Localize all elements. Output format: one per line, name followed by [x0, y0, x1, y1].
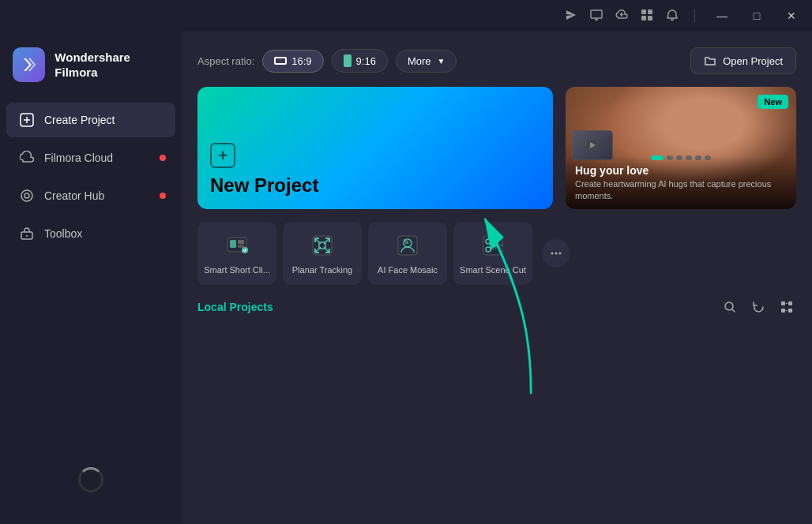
svg-point-7 [24, 193, 29, 198]
toolbox-label: Toolbox [44, 227, 163, 240]
smart-short-clip-icon [223, 231, 251, 260]
ai-face-mosaic-label: AI Face Mosaic [378, 264, 438, 275]
smart-short-clip-label: Smart Short Cli... [204, 264, 270, 275]
smart-scene-cut-label: Smart Scene Cut [460, 264, 526, 275]
svg-rect-3 [641, 16, 646, 21]
tool-smart-short-clip[interactable]: Smart Short Cli... [197, 222, 276, 285]
tool-smart-scene-cut[interactable]: Smart Scene Cut [453, 222, 532, 285]
portrait-icon [344, 54, 351, 67]
svg-rect-23 [404, 241, 406, 244]
tool-planar-tracking[interactable]: Planar Tracking [283, 222, 362, 285]
sidebar-loading [78, 467, 103, 492]
more-label: More [408, 55, 431, 67]
svg-rect-32 [781, 301, 785, 305]
tools-row: Smart Short Cli... Planar Tracking [197, 222, 796, 285]
close-button[interactable]: ✕ [780, 5, 803, 27]
app-body: Wondershare Filmora Create Project Filmo… [0, 32, 812, 524]
svg-rect-14 [238, 240, 244, 244]
planar-tracking-label: Planar Tracking [292, 264, 352, 275]
svg-rect-24 [406, 241, 408, 244]
aspect-btn-16-9[interactable]: 16:9 [262, 50, 323, 73]
top-bar: Aspect ratio: 16:9 9:16 More ▼ [197, 47, 796, 74]
grid-view-button[interactable] [777, 298, 796, 316]
new-badge: New [757, 95, 788, 109]
landscape-icon [274, 57, 287, 65]
more-dots-icon [549, 246, 563, 260]
monitor-icon[interactable] [590, 9, 603, 24]
loading-spinner [78, 467, 103, 492]
sidebar-item-toolbox[interactable]: Toolbox [6, 216, 175, 251]
svg-rect-34 [781, 309, 785, 313]
open-project-button[interactable]: Open Project [690, 47, 796, 74]
aspect-169-label: 16:9 [291, 55, 311, 67]
filmora-cloud-label: Filmora Cloud [44, 152, 163, 164]
svg-rect-25 [483, 236, 502, 255]
svg-point-28 [551, 253, 554, 255]
create-project-icon [19, 112, 35, 128]
featured-title: Hug your love [575, 164, 787, 177]
titlebar-icons: — □ ✕ [565, 5, 803, 27]
ai-face-mosaic-icon [393, 231, 422, 260]
refresh-projects-button[interactable] [749, 298, 768, 316]
svg-point-6 [21, 190, 32, 201]
svg-rect-2 [648, 9, 652, 14]
main-content: Aspect ratio: 16:9 9:16 More ▼ [182, 32, 812, 524]
svg-rect-4 [648, 16, 652, 21]
new-project-title: New Project [210, 174, 540, 196]
creator-hub-icon [19, 188, 35, 204]
svg-rect-1 [641, 9, 646, 14]
svg-rect-22 [406, 239, 408, 241]
maximize-button[interactable]: □ [746, 5, 768, 27]
bell-icon[interactable] [666, 9, 679, 24]
sidebar-item-create-project[interactable]: Create Project [6, 103, 175, 137]
tool-ai-face-mosaic[interactable]: AI Face Mosaic [368, 222, 447, 285]
main-content-wrapper: Aspect ratio: 16:9 9:16 More ▼ [197, 47, 796, 511]
svg-rect-21 [404, 239, 406, 241]
featured-description: Create heartwarming AI hugs that capture… [575, 178, 787, 201]
svg-point-29 [555, 253, 558, 255]
new-project-plus-icon: + [210, 143, 235, 168]
featured-thumbnail [572, 130, 613, 160]
toolbox-icon [19, 226, 35, 241]
sidebar-item-filmora-cloud[interactable]: Filmora Cloud [6, 140, 175, 175]
local-projects-header: Local Projects [197, 298, 796, 316]
aspect-916-label: 9:16 [356, 55, 376, 67]
create-project-label: Create Project [44, 114, 163, 126]
new-project-card[interactable]: + New Project [197, 87, 553, 209]
planar-tracking-icon [308, 231, 336, 260]
open-project-label: Open Project [723, 55, 783, 67]
cards-row: + New Project New [197, 87, 796, 209]
search-projects-button[interactable] [720, 298, 739, 316]
chevron-down-icon: ▼ [438, 57, 445, 66]
titlebar: — □ ✕ [0, 0, 812, 32]
svg-rect-13 [230, 240, 236, 248]
aspect-ratio-label: Aspect ratio: [197, 55, 254, 67]
filmora-cloud-icon [19, 150, 35, 166]
local-projects-title: Local Projects [197, 301, 273, 313]
app-name: Wondershare Filmora [55, 50, 169, 80]
aspect-ratio-row: Aspect ratio: 16:9 9:16 More ▼ [197, 49, 457, 73]
svg-rect-35 [788, 309, 792, 313]
minimize-button[interactable]: — [711, 5, 733, 27]
app-logo: Wondershare Filmora [0, 32, 182, 101]
aspect-btn-9-16[interactable]: 9:16 [332, 49, 388, 73]
tools-more-button[interactable] [542, 239, 570, 268]
grid-icon[interactable] [641, 9, 653, 24]
titlebar-separator [694, 9, 695, 22]
featured-info: Hug your love Create heartwarming AI hug… [566, 156, 796, 209]
svg-rect-0 [591, 10, 602, 18]
smart-scene-cut-icon [479, 231, 507, 260]
creator-hub-label: Creator Hub [44, 189, 163, 202]
more-aspect-button[interactable]: More ▼ [396, 50, 457, 73]
logo-icon [13, 47, 45, 82]
local-projects-icons [720, 298, 796, 316]
sidebar-item-creator-hub[interactable]: Creator Hub [6, 178, 175, 213]
send-icon[interactable] [565, 9, 577, 24]
cloud-upload-icon[interactable] [615, 9, 628, 24]
svg-rect-33 [788, 301, 792, 305]
svg-point-30 [559, 253, 562, 255]
sidebar: Wondershare Filmora Create Project Filmo… [0, 32, 182, 524]
featured-card[interactable]: New Hug your love Create heartwarming AI… [566, 87, 796, 209]
folder-icon [704, 54, 716, 67]
filmora-cloud-notification-dot [160, 155, 166, 161]
